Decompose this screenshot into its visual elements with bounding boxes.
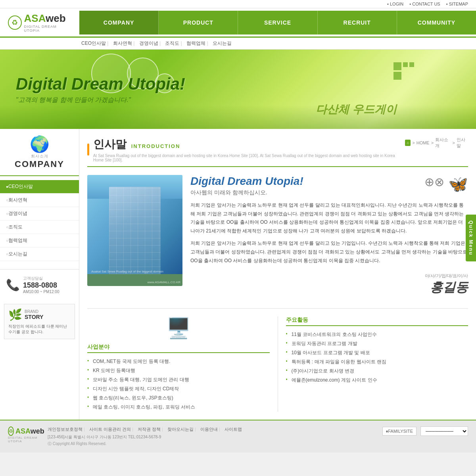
sidebar-contact: 📞 고객상담실 1588-0808 AM10:00 ~ PM12:00 <box>0 269 79 300</box>
ground <box>87 274 182 286</box>
activity-item-0: 11월 코비스네트워크의 호스팅 사업인수 <box>286 330 468 339</box>
article-text: 🦋 ⊕⊗ Digital Dream Utopia! 아사웹의 미래와 함께하십… <box>190 175 468 296</box>
activity-item-3: 특허등록 : 매개 파일을 이용한 웹사이트 랜짐 <box>286 357 468 367</box>
sitemap-link[interactable]: SITEMAP <box>446 2 468 6</box>
nav-service[interactable]: SERVICE <box>238 11 317 35</box>
nav-product[interactable]: PRODUCT <box>159 11 238 35</box>
subnav-org[interactable]: 조직도 <box>165 40 182 46</box>
article-subtitle: 아사웹의 미래와 함께하십시오. <box>190 189 468 196</box>
signature-label: 아/사/기/업/대/표/이/사 <box>190 273 468 279</box>
subnav-location[interactable]: 오시는길 <box>213 40 232 46</box>
breadcrumb-sep1: > <box>412 140 415 145</box>
page-title-korean: 인사말 <box>93 137 127 152</box>
login-link[interactable]: LOGIN <box>387 2 403 6</box>
activity-item-5: 에뮬존(emulzone.com) 게임 사이트 인수 <box>286 376 468 385</box>
subnav-partner[interactable]: 협력업체 <box>186 40 208 46</box>
sidebar-menu-history[interactable]: 회사연혁 <box>0 194 79 207</box>
sidebar-menu: CEO인사말 회사연혁 경영이념 조직도 협력업체 오시는길 <box>0 176 79 265</box>
footer-link-usage[interactable]: 사이트 이용관리 건의 <box>89 427 133 432</box>
footer-logo: ♻ ASAweb DIGITAL DREAM UTOPIA <box>8 426 40 443</box>
activities-title: 주요활동 <box>286 317 468 326</box>
subnav-philosophy[interactable]: 경영이념 <box>139 40 161 46</box>
article-section: www.ASAMALL.CO.KR Asakal Sat Sewa Rualla… <box>87 175 468 296</box>
nav-company[interactable]: COMPANY <box>79 11 159 35</box>
banner-squares <box>393 61 416 81</box>
logo-area: ♻ ASAweb DIGITAL DREAM UTOPIA <box>0 8 79 36</box>
sidebar-menu-ceo[interactable]: CEO인사말 <box>0 180 79 194</box>
sq1 <box>393 62 401 70</box>
subnav-history[interactable]: 회사연혁 <box>113 40 134 46</box>
sidebar-section-label: 회사소개 <box>6 154 73 159</box>
page-title-en: INTRODUCTION <box>131 143 180 149</box>
banner-subtitle: "고객의 행복을 함께 만들어 가겠습니다." <box>16 96 185 104</box>
quick-menu[interactable]: Quick Menu <box>466 215 476 261</box>
breadcrumb-home-icon: ⌂ <box>405 140 411 146</box>
signature-name: 홍길동 <box>190 279 468 296</box>
page-title-bar <box>87 144 89 155</box>
footer-copyright: ⓒ Copyright All Rights Reserved. <box>48 441 374 447</box>
activity-item-4: (주)아시기업으로 회사명 변경 <box>286 367 468 376</box>
footer-address: [123-456]서울 특별시 아사구 가나동 123번지 TEL:01234-… <box>48 434 374 440</box>
business-item-5: 메일 호스팅, 이미지 호스팅, 파킹, 포워딩 서비스 <box>87 403 270 412</box>
main-nav: COMPANY PRODUCT SERVICE RECRUIT COMMUNIT… <box>79 11 476 35</box>
article-body: 저희 기업은 앞서가는 기술력과 노하우로 현재 업계 선두를 달리고 있는 대… <box>190 201 468 265</box>
bottom-section: 🖥️ 사업분야 COM,.NET등 국제 도메인 등록 대행. KR 도메인 등… <box>87 308 468 412</box>
nav-recruit[interactable]: RECRUIT <box>318 11 397 35</box>
banner-handwriting: 다산체 우드게이 <box>316 102 397 117</box>
desk-icon: 🖥️ <box>87 317 270 340</box>
article-body1: 저희 기업은 앞서가는 기술력과 노하우로 현재 업계 선두를 달리고 있는 대… <box>190 201 468 235</box>
building <box>109 187 161 274</box>
sidebar-hours: AM10:00 ~ PM12:00 <box>23 290 59 294</box>
footer-link-sitemap[interactable]: 사이트맵 <box>225 427 242 432</box>
activities-section: 주요활동 11월 코비스네트워크의 호스팅 사업인수 포워딩 자동관리 프로그램… <box>286 317 468 412</box>
header: ♻ ASAweb DIGITAL DREAM UTOPIA COMPANY PR… <box>0 8 476 38</box>
sidebar-contact-label: 고객상담실 <box>23 276 59 281</box>
breadcrumb-sep3: > <box>452 140 455 145</box>
page-title-area: 인사말 INTRODUCTION At Sat Sewa Ruallag out… <box>87 137 405 162</box>
sidebar-header: 🌍 회사소개 COMPANY <box>0 129 79 176</box>
brand-label: BRAND <box>25 309 43 314</box>
sub-nav: CEO인사말 회사연혁 경영이념 조직도 협력업체 오시는길 <box>0 38 476 50</box>
breadcrumb-item2[interactable]: 회사소개 <box>435 137 451 149</box>
image-subtitle-caption: Asakal Sat Sewa Ruallag out of the bigge… <box>91 270 163 273</box>
sidebar-menu-org[interactable]: 조직도 <box>0 221 79 234</box>
footer-links: 개인정보보호정책 사이트 이용관리 건의 저작권 정책 찾아오시는길 이용안내 … <box>48 426 374 447</box>
logo-subtitle: DIGITAL DREAM UTOPIA <box>24 25 71 33</box>
sidebar-menu-partner[interactable]: 협력업체 <box>0 234 79 248</box>
nav-community[interactable]: COMMUNITY <box>397 11 476 35</box>
business-section: 🖥️ 사업분야 COM,.NET등 국제 도메인 등록 대행. KR 도메인 등… <box>87 317 270 412</box>
sidebar-story: 🌿 BRAND STORY 직장인의 에피소드를 다룬 재미난 수기를 공모 합… <box>4 304 75 339</box>
page-header: 인사말 INTRODUCTION At Sat Sewa Ruallag out… <box>87 137 468 167</box>
activity-item-1: 포워딩 자동관리 프로그램 개발 <box>286 339 468 348</box>
image-caption: www.ASAMALL.CO.KR <box>147 280 180 284</box>
banner: Digital Dream Utopia! "고객의 행복을 함께 만들어 가겠… <box>0 50 476 129</box>
footer-logo-subtitle: DIGITAL DREAM UTOPIA <box>8 436 40 443</box>
family-site-select[interactable]: ────────── <box>420 426 468 436</box>
business-list: COM,.NET등 국제 도메인 등록 대행. KR 도메인 등록대행 모바일 … <box>87 357 270 412</box>
banner-text: Digital Dream Utopia! "고객의 행복을 함께 만들어 가겠… <box>16 75 185 104</box>
sidebar-menu-location[interactable]: 오시는길 <box>0 248 79 261</box>
article-signature: 아/사/기/업/대/표/이/사 홍길동 <box>190 273 468 296</box>
footer-link-copyright[interactable]: 저작권 정책 <box>138 427 163 432</box>
business-item-0: COM,.NET등 국제 도메인 등록 대행. <box>87 357 270 366</box>
logo-icon: ♻ <box>8 15 22 30</box>
footer: ♻ ASAweb DIGITAL DREAM UTOPIA 개인정보보호정책 사… <box>0 420 476 453</box>
contact-link[interactable]: CONTACT US <box>409 2 440 6</box>
sidebar-menu-philosophy[interactable]: 경영이념 <box>0 207 79 221</box>
phone-icon: 📞 <box>6 278 20 292</box>
business-item-2: 모바일 주소 등록 대행, 기업 도메인 관리 대행 <box>87 375 270 384</box>
business-title: 사업분야 <box>87 344 270 353</box>
article-image: www.ASAMALL.CO.KR Asakal Sat Sewa Rualla… <box>87 175 182 286</box>
content-wrapper: 🌍 회사소개 COMPANY CEO인사말 회사연혁 경영이념 조직도 협력업체… <box>0 129 476 420</box>
footer-link-direction[interactable]: 찾아오시는길 <box>167 427 196 432</box>
footer-right: ♦FAMILYSITE ────────── <box>382 426 468 436</box>
footer-link-privacy[interactable]: 개인정보보호정책 <box>48 427 85 432</box>
activities-list: 11월 코비스네트워크의 호스팅 사업인수 포워딩 자동관리 프로그램 개발 1… <box>286 330 468 385</box>
ring-icon: ⊕⊗ <box>424 175 444 189</box>
building-grid <box>109 187 161 274</box>
business-item-3: 디자인 시안 템플릿 제작, 디자인 CD제작 <box>87 384 270 393</box>
footer-link-guide[interactable]: 이용안내 <box>200 427 220 432</box>
breadcrumb-item3[interactable]: 인사말 <box>457 137 468 149</box>
breadcrumb-item1[interactable]: HOME <box>416 140 430 145</box>
subnav-ceo[interactable]: CEO인사말 <box>81 40 108 46</box>
